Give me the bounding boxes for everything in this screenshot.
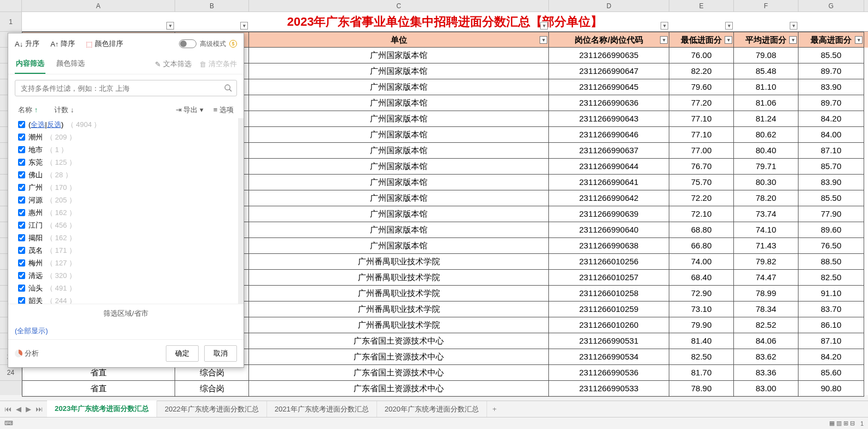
cell-unit[interactable]: 广州国家版本馆 xyxy=(249,63,549,79)
table-row[interactable]: 省直综合岗广东省国土资源技术中心231126699053378.9083.009… xyxy=(22,381,868,397)
options-button[interactable]: ≡ 选项 xyxy=(213,105,234,115)
cell-max[interactable]: 88.50 xyxy=(798,254,864,270)
cell-max[interactable]: 84.00 xyxy=(798,127,864,143)
cell-min[interactable]: 66.80 xyxy=(669,238,734,254)
filter-item-checkbox[interactable] xyxy=(18,259,25,266)
filter-item-checkbox[interactable] xyxy=(18,297,25,304)
text-filter-button[interactable]: ✎文本筛选 xyxy=(155,59,192,69)
sheet-tab-2022[interactable]: 2022年广东统考进面分数汇总 xyxy=(157,401,267,418)
analyze-button[interactable]: 分析 xyxy=(15,349,39,358)
cell-max[interactable]: 84.20 xyxy=(798,349,864,365)
cell-unit[interactable]: 广东省国土资源技术中心 xyxy=(249,333,549,349)
cell-avg[interactable]: 79.71 xyxy=(734,159,798,175)
cell-unit[interactable]: 广州番禺职业技术学院 xyxy=(249,302,549,317)
cell-min[interactable]: 77.20 xyxy=(669,95,734,111)
cell-avg[interactable]: 82.52 xyxy=(734,317,798,333)
cell-unit[interactable]: 广州国家版本馆 xyxy=(249,111,549,127)
cell-max[interactable]: 85.70 xyxy=(798,159,864,175)
cell-min[interactable]: 77.10 xyxy=(669,111,734,127)
cell-avg[interactable]: 80.62 xyxy=(734,127,798,143)
col-header-c[interactable]: C xyxy=(249,0,549,11)
filter-icon[interactable]: ▾ xyxy=(789,36,797,44)
cell-min[interactable]: 79.60 xyxy=(669,79,734,95)
cell-unit[interactable]: 广东省国土资源技术中心 xyxy=(249,381,549,397)
filter-item-checkbox[interactable] xyxy=(18,171,25,178)
cell-avg[interactable]: 74.10 xyxy=(734,222,798,238)
cell-min[interactable]: 76.70 xyxy=(669,159,734,175)
sheet-tab-2021[interactable]: 2021年广东统考进面分数汇总 xyxy=(267,401,377,418)
filter-item-checkbox[interactable] xyxy=(18,272,25,279)
cell-min[interactable]: 72.20 xyxy=(669,190,734,206)
cell-code[interactable]: 2311266990644 xyxy=(549,159,669,175)
filter-item-checkbox[interactable] xyxy=(18,209,25,216)
select-all-item[interactable]: (全选|反选) （ 4904 ） xyxy=(18,118,233,131)
invert-link[interactable]: 反选 xyxy=(47,120,61,129)
cell-unit[interactable]: 广州国家版本馆 xyxy=(249,48,549,63)
filter-item-checkbox[interactable] xyxy=(18,222,25,229)
cell-code[interactable]: 2311266990647 xyxy=(549,63,669,79)
cell-min[interactable]: 78.90 xyxy=(669,381,734,397)
cell-code[interactable]: 2311266010257 xyxy=(549,270,669,286)
cell-avg[interactable]: 85.48 xyxy=(734,63,798,79)
cell-b[interactable]: 综合岗 xyxy=(175,381,249,397)
filter-item-checkbox[interactable] xyxy=(18,146,25,153)
filter-item[interactable]: 东莞（ 125 ） xyxy=(18,156,233,169)
cell-min[interactable]: 81.40 xyxy=(669,333,734,349)
col-header-g[interactable]: G xyxy=(798,0,864,11)
cell-avg[interactable]: 78.20 xyxy=(734,190,798,206)
cell-unit[interactable]: 广州国家版本馆 xyxy=(249,206,549,222)
filter-item[interactable]: 梅州（ 127 ） xyxy=(18,257,233,269)
filter-item[interactable]: 江门（ 456 ） xyxy=(18,219,233,231)
filter-dropdown-c[interactable]: ▾ xyxy=(540,22,548,30)
cell-avg[interactable]: 78.99 xyxy=(734,286,798,302)
show-all-link[interactable]: (全部显示) xyxy=(8,323,244,339)
cell-avg[interactable]: 83.00 xyxy=(734,381,798,397)
ok-button[interactable]: 确定 xyxy=(166,345,199,362)
filter-item[interactable]: 广州（ 170 ） xyxy=(18,181,233,194)
tab-color-filter[interactable]: 颜色筛选 xyxy=(55,54,86,74)
filter-item[interactable]: 韶关（ 244 ） xyxy=(18,294,233,304)
next-sheet-button[interactable]: ▶ xyxy=(25,405,32,413)
filter-item-checkbox[interactable] xyxy=(18,196,25,204)
cell-max[interactable]: 85.50 xyxy=(798,190,864,206)
cell-code[interactable]: 2311266010256 xyxy=(549,254,669,270)
cell-max[interactable]: 90.80 xyxy=(798,381,864,397)
filter-item-checkbox[interactable] xyxy=(18,247,25,254)
cell-unit[interactable]: 广州国家版本馆 xyxy=(249,190,549,206)
cell-unit[interactable]: 广东省国土资源技术中心 xyxy=(249,349,549,365)
cell-max[interactable]: 86.10 xyxy=(798,317,864,333)
filter-dropdown-e[interactable]: ▾ xyxy=(725,22,733,30)
cell-a[interactable]: 省直 xyxy=(22,381,175,397)
filter-dropdown-a[interactable]: ▾ xyxy=(166,22,174,30)
cell-max[interactable]: 85.60 xyxy=(798,365,864,381)
cell-max[interactable]: 84.20 xyxy=(798,111,864,127)
col-header-b[interactable]: B xyxy=(175,0,249,11)
cell-code[interactable]: 2311266990531 xyxy=(549,333,669,349)
cell-unit[interactable]: 广州国家版本馆 xyxy=(249,79,549,95)
cell-avg[interactable]: 84.06 xyxy=(734,333,798,349)
cell-code[interactable]: 2311266990534 xyxy=(549,349,669,365)
cell-max[interactable]: 77.90 xyxy=(798,206,864,222)
cell-avg[interactable]: 81.24 xyxy=(734,111,798,127)
filter-item[interactable]: 地市（ 1 ） xyxy=(18,143,233,156)
cell-max[interactable]: 89.60 xyxy=(798,222,864,238)
filter-item-checkbox[interactable] xyxy=(18,134,25,141)
cell-avg[interactable]: 80.40 xyxy=(734,143,798,159)
cell-unit[interactable]: 广东省国土资源技术中心 xyxy=(249,365,549,381)
cell-avg[interactable]: 73.74 xyxy=(734,206,798,222)
cell-avg[interactable]: 80.30 xyxy=(734,175,798,190)
cell-code[interactable]: 2311266990643 xyxy=(549,111,669,127)
advanced-toggle[interactable] xyxy=(179,39,196,48)
filter-item-checkbox[interactable] xyxy=(18,184,25,191)
col-header-e[interactable]: E xyxy=(669,0,734,11)
cell-max[interactable]: 76.50 xyxy=(798,238,864,254)
filter-item-checkbox[interactable] xyxy=(18,285,25,292)
col-header-a[interactable]: A xyxy=(22,0,175,11)
cancel-button[interactable]: 取消 xyxy=(204,345,237,362)
cell-avg[interactable]: 83.62 xyxy=(734,349,798,365)
cell-unit[interactable]: 广州国家版本馆 xyxy=(249,95,549,111)
cell-max[interactable]: 83.90 xyxy=(798,175,864,190)
cell-unit[interactable]: 广州国家版本馆 xyxy=(249,127,549,143)
cell-min[interactable]: 81.70 xyxy=(669,365,734,381)
cell-code[interactable]: 2311266990646 xyxy=(549,127,669,143)
